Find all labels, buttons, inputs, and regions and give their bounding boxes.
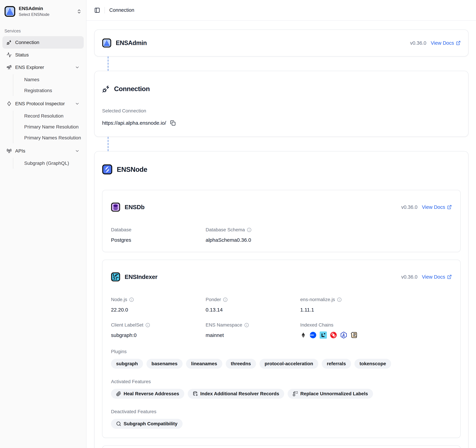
field-database-schema: Database Schema alphaSchema0.36.0 (206, 227, 300, 243)
ensadmin-card: ENSAdmin v0.36.0 View Docs (94, 29, 469, 57)
external-link-icon (456, 40, 461, 45)
ensnode-selector[interactable]: ENSAdmin Select ENSNode (2, 5, 84, 18)
card-title: ENSIndexer (125, 274, 157, 280)
feature-badge: Subgraph Compatibility (111, 419, 183, 429)
sidebar-item-label: ENS Explorer (15, 65, 44, 70)
connector-line (108, 137, 109, 151)
feature-badge: Heal Reverse Addresses (111, 389, 184, 399)
plug-zap-icon (6, 40, 12, 45)
services-section-label: Services (2, 29, 84, 34)
chain-icon-scroll (350, 332, 357, 339)
sidebar-item-ens-explorer[interactable]: ENS Explorer (2, 61, 84, 74)
sidebar-item-subgraph-graphql[interactable]: Subgraph (GraphQL) (13, 158, 84, 169)
connector-line (108, 57, 109, 71)
info-icon[interactable] (129, 297, 134, 302)
telescope-icon (6, 65, 12, 70)
deactivated-features-block: Deactivated Features Subgraph Compatibil… (111, 409, 452, 429)
ensdb-card: ENSDb v0.36.0 View Docs (102, 190, 461, 252)
card-title: ENSAdmin (116, 39, 147, 46)
info-icon[interactable] (244, 323, 249, 327)
sidebar-item-status[interactable]: Status (2, 49, 84, 61)
sidebar-item-label: APIs (15, 148, 25, 154)
view-docs-link[interactable]: View Docs (422, 274, 452, 280)
ensadmin-logo (102, 38, 111, 48)
sidebar-item-primary-name-resolution[interactable]: Primary Name Resolution (13, 121, 84, 132)
plugin-badge: tokenscope (354, 359, 391, 369)
plugin-badge: lineanames (186, 359, 222, 369)
external-link-icon (447, 205, 452, 209)
sidebar-item-record-resolution[interactable]: Record Resolution (13, 110, 84, 121)
radio-tower-icon (6, 148, 12, 154)
chevron-down-icon[interactable] (75, 149, 80, 153)
sidebar: ENSAdmin Select ENSNode Services Connect… (0, 0, 86, 448)
sidebar-item-primary-names-resolution[interactable]: Primary Names Resolution (13, 132, 84, 143)
info-icon[interactable] (145, 323, 150, 327)
info-icon[interactable] (337, 297, 342, 302)
ens-diamond-icon (6, 101, 12, 106)
section-title: ENSNode (117, 166, 147, 173)
plug-zap-icon (102, 85, 110, 93)
breadcrumb: Connection (109, 7, 134, 13)
chevrons-up-down-icon[interactable] (77, 9, 82, 14)
ensnode-card: ENSNode (94, 151, 469, 448)
app-subtitle: Select ENSNode (19, 12, 49, 17)
copy-icon[interactable] (170, 120, 176, 126)
card-title: ENSDb (125, 204, 145, 211)
plugins-block: Plugins subgraph basenames lineanames th… (111, 349, 452, 369)
chain-icon-base (309, 332, 317, 339)
panel-left-icon[interactable] (94, 7, 100, 13)
info-icon[interactable] (247, 228, 251, 232)
sidebar-item-label: ENS Protocol Inspector (15, 101, 65, 106)
ensindexer-card: ENSIndexer v0.36.0 View Docs (102, 260, 461, 438)
sidebar-item-apis[interactable]: APIs (2, 145, 84, 157)
sidebar-nav: Connection Status ENS Explorer Names Reg… (2, 36, 84, 170)
field-ens-normalize: ens-normalize.js 1.11.1 (300, 297, 452, 313)
app-root: ENSAdmin Select ENSNode Services Connect… (0, 0, 476, 448)
deactivated-features-list: Subgraph Compatibility (111, 419, 452, 429)
plugin-badge: subgraph (111, 359, 143, 369)
protocol-inspector-subnav: Record Resolution Primary Name Resolutio… (13, 110, 84, 143)
activated-features-block: Activated Features Heal Reverse Addresse… (111, 379, 452, 399)
sidebar-item-connection[interactable]: Connection (2, 36, 84, 49)
field-client-labelset: Client LabelSet subgraph:0 (111, 322, 206, 338)
sidebar-item-label: Status (15, 52, 29, 58)
main-area: Connection ENSAdmin (86, 0, 476, 448)
chain-icon-arbitrum (340, 332, 347, 339)
activated-features-label: Activated Features (111, 379, 151, 384)
plugin-badge: threedns (226, 359, 256, 369)
plugin-badge: referrals (322, 359, 351, 369)
sidebar-item-names[interactable]: Names (13, 74, 84, 85)
section-title: Connection (114, 85, 150, 93)
feature-badge: Index Additional Resolver Records (188, 389, 284, 399)
feature-badge: Replace Unnormalized Labels (288, 389, 373, 399)
sidebar-item-ens-protocol-inspector[interactable]: ENS Protocol Inspector (2, 98, 84, 110)
view-docs-link[interactable]: View Docs (431, 40, 461, 46)
chain-icon-linea (320, 332, 327, 339)
plugin-badge: basenames (147, 359, 183, 369)
chain-icon-ethereum (300, 332, 306, 339)
app-name: ENSAdmin (19, 6, 49, 11)
connection-url: https://api.alpha.ensnode.io/ (102, 120, 166, 126)
field-value: Postgres (111, 237, 206, 243)
field-database: Database Postgres (111, 227, 206, 243)
ensdb-logo (111, 202, 120, 212)
apis-subnav: Subgraph (GraphQL) (13, 158, 84, 169)
info-icon[interactable] (223, 297, 228, 302)
field-indexed-chains: Indexed Chains (300, 322, 452, 339)
view-docs-link[interactable]: View Docs (422, 204, 452, 210)
sidebar-item-label: Connection (15, 40, 39, 45)
indexed-chains-row (300, 332, 452, 339)
chevron-down-icon[interactable] (75, 101, 80, 106)
field-ens-namespace: ENS Namespace mainnet (206, 322, 300, 338)
external-link-icon (447, 275, 452, 279)
selected-connection-label: Selected Connection (102, 108, 461, 114)
field-value: alphaSchema0.36.0 (206, 237, 300, 243)
plugins-label: Plugins (111, 349, 127, 354)
topbar: Connection (86, 0, 476, 21)
sidebar-item-registrations[interactable]: Registrations (13, 85, 84, 96)
search-icon (116, 421, 121, 426)
chain-icon-optimism (330, 332, 337, 339)
topbar-divider (104, 7, 105, 13)
version-badge: v0.36.0 (410, 40, 426, 46)
chevron-down-icon[interactable] (75, 65, 80, 70)
